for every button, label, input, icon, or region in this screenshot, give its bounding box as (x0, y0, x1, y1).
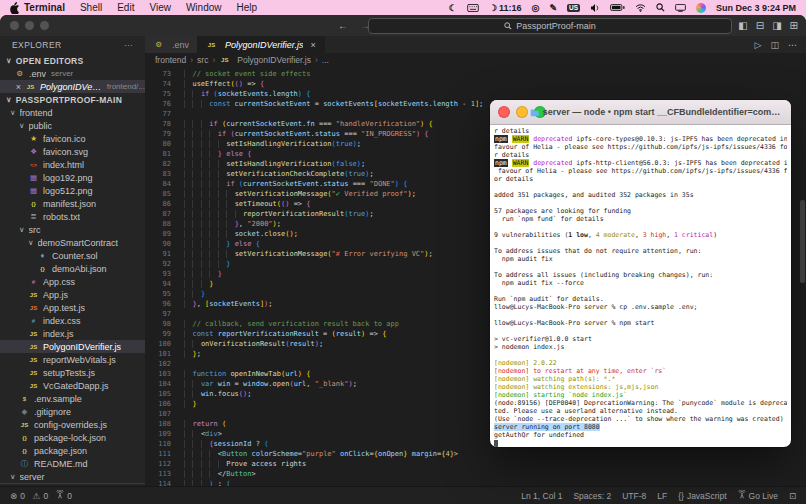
tree-item-public[interactable]: ∨public (0, 119, 145, 132)
siri-icon[interactable] (696, 3, 706, 13)
tree-item-polygonidverifier.js[interactable]: JSPolygonIDVerifier.js (0, 340, 145, 353)
record-icon[interactable]: ◎ (532, 3, 540, 13)
terminal-window[interactable]: server — node • npm start __CFBundleIden… (490, 100, 791, 447)
split-editor-icon[interactable]: ◫ (770, 40, 779, 50)
tree-item-index.css[interactable]: #index.css (0, 314, 145, 327)
tree-item-logo192.png[interactable]: ▦logo192.png (0, 171, 145, 184)
tree-item-app.css[interactable]: #App.css (0, 275, 145, 288)
tree-item-robots.txt[interactable]: ≣robots.txt (0, 210, 145, 223)
views-more-actions-icon[interactable]: ⋯ (124, 40, 133, 50)
terminal-minimize-button[interactable] (516, 106, 528, 118)
tree-item-.gitignore[interactable]: ◆.gitignore (0, 405, 145, 418)
tree-item-config-overrides.js[interactable]: JSconfig-overrides.js (0, 418, 145, 431)
spotlight-icon[interactable] (656, 3, 665, 12)
breadcrumb-item[interactable]: ... (322, 55, 329, 65)
terminal-close-button[interactable] (498, 106, 510, 118)
tree-item-demoabi.json[interactable]: {}demoAbi.json (0, 262, 145, 275)
tree-item-readme.md[interactable]: ⓘREADME.md (0, 457, 145, 470)
tree-item-index.html[interactable]: <>index.html (0, 158, 145, 171)
tree-item-package-lock.json[interactable]: {}package-lock.json (0, 431, 145, 444)
breadcrumb[interactable]: frontend›src›JSPolygonIDVerifier.js›... (145, 53, 806, 67)
breadcrumb-item[interactable]: frontend (155, 55, 186, 65)
status-error-0[interactable]: ⊗0 (10, 491, 25, 501)
menu-shell[interactable]: Shell (80, 2, 102, 13)
line-number: 96 (145, 299, 171, 309)
code-line[interactable]: 75 if (socketEvents.length) { (145, 89, 806, 99)
tree-item-setuptests.js[interactable]: JSsetupTests.js (0, 366, 145, 379)
more-actions-icon[interactable]: ⋯ (788, 40, 797, 50)
input-source-badge[interactable]: US (567, 4, 580, 12)
editor-scrollbar[interactable] (800, 200, 805, 283)
tab-.env[interactable]: ⚙.env (145, 36, 198, 53)
status-tower-0[interactable]: 0 (56, 490, 72, 501)
vscode-titlebar[interactable]: ← → PassportProof-main ◧⊟◨⊞ (0, 15, 806, 36)
tree-item-index.js[interactable]: JSindex.js (0, 327, 145, 340)
code-line[interactable]: 74 useEffect(() => { (145, 79, 806, 89)
breadcrumb-item[interactable]: JSPolygonIDVerifier.js (219, 55, 311, 65)
line-number: 100 (145, 339, 171, 349)
breadcrumb-item[interactable]: src (197, 55, 208, 65)
open-editors-header[interactable]: ∨OPEN EDITORS (0, 54, 145, 67)
run-icon[interactable]: ▷ (755, 40, 762, 50)
open-editor-item[interactable]: ⚙.envserver (0, 67, 145, 80)
tree-item-frontend[interactable]: ∨frontend (0, 106, 145, 119)
tree-item-app.test.js[interactable]: JSApp.test.js (0, 301, 145, 314)
menu-help[interactable]: Help (237, 2, 258, 13)
status-ln-1-col-1[interactable]: Ln 1, Col 1 (521, 491, 562, 501)
battery-icon[interactable] (610, 4, 625, 11)
code-line[interactable]: 112 Prove access rights (145, 459, 806, 469)
apple-menu[interactable] (10, 2, 20, 14)
menu-window[interactable]: Window (186, 2, 222, 13)
terminal-line: [nodemon] watching extensions: js,mjs,js… (494, 383, 787, 391)
code-line[interactable]: 113 </Button> (145, 469, 806, 479)
tree-item-app.js[interactable]: JSApp.js (0, 288, 145, 301)
tree-item-server[interactable]: ∨server (0, 470, 145, 483)
status-utf-8[interactable]: UTF-8 (622, 491, 646, 501)
code-line[interactable]: 73 // socket event side effects (145, 69, 806, 79)
volume-icon[interactable] (590, 4, 600, 12)
code-line[interactable]: 111 <Button colorScheme="purple" onClick… (145, 449, 806, 459)
keyboard-icon[interactable] (467, 4, 479, 12)
status-warning-0[interactable]: ⚠0 (33, 491, 48, 501)
tree-item-vcgateddapp.js[interactable]: JSVcGatedDapp.js (0, 379, 145, 392)
toggle-secondary-sidebar-icon[interactable]: ◨ (772, 20, 781, 31)
tab-polygonidverifier.js[interactable]: JSPolygonIDVerifier.js× (198, 36, 325, 53)
minimize-window-button[interactable] (25, 21, 34, 30)
tree-item-favicon.ico[interactable]: ★favicon.ico (0, 132, 145, 145)
tree-item-logo512.png[interactable]: ▦logo512.png (0, 184, 145, 197)
focus-moon-icon[interactable]: ☾ (449, 3, 457, 13)
wifi-icon[interactable] (635, 4, 646, 12)
tree-item-favicon.svg[interactable]: ❖favicon.svg (0, 145, 145, 158)
tree-item-demosmartcontract[interactable]: ∨demoSmartContract (0, 236, 145, 249)
command-center-search[interactable]: PassportProof-main (368, 18, 732, 34)
clock[interactable]: Sun Dec 3 9:24 PM (716, 3, 796, 13)
tree-item-src[interactable]: ∨src (0, 223, 145, 236)
status-remote-icon[interactable]: ⊡ (789, 491, 796, 501)
open-editor-item[interactable]: ×JSPolygonIDVerifier.jsfrontend/... (0, 80, 145, 93)
tree-item-counter.sol[interactable]: ♦Counter.sol (0, 249, 145, 262)
pencil-icon[interactable]: ✎ (549, 3, 557, 13)
status-tower-go-live[interactable]: Go Live (738, 490, 778, 501)
terminal-titlebar[interactable]: server — node • npm start __CFBundleIden… (490, 100, 791, 125)
toggle-panel-icon[interactable]: ⊟ (756, 20, 764, 31)
close-window-button[interactable] (10, 21, 19, 30)
status-spaces-2[interactable]: Spaces: 2 (573, 491, 611, 501)
menu-edit[interactable]: Edit (117, 2, 134, 13)
terminal-line: added 351 packages, and audited 352 pack… (494, 191, 787, 199)
toggle-sidebar-icon[interactable]: ◧ (738, 20, 747, 31)
status-lf[interactable]: LF (657, 491, 667, 501)
zoom-window-button[interactable] (40, 21, 49, 30)
menu-view[interactable]: View (149, 2, 171, 13)
project-root-header[interactable]: ∨PASSPORTPROOF-MAIN (0, 93, 145, 106)
tree-item-manifest.json[interactable]: {}manifest.json (0, 197, 145, 210)
status-braces-javascript[interactable]: {}JavaScript (678, 491, 726, 501)
tree-item-package.json[interactable]: {}package.json (0, 444, 145, 457)
customize-layout-icon[interactable]: ⊞ (790, 20, 798, 31)
moon-phase-icon[interactable]: ☽11:16 (489, 3, 522, 13)
tree-item-reportwebvitals.js[interactable]: JSreportWebVitals.js (0, 353, 145, 366)
menu-terminal[interactable]: Terminal (24, 2, 65, 13)
terminal-output[interactable]: r detailsnpm WARN deprecated ipfs-core-t… (490, 125, 791, 447)
display-icon[interactable] (675, 4, 686, 12)
tree-item-.env.sample[interactable]: $.env.sample (0, 392, 145, 405)
back-icon[interactable]: ← (338, 20, 348, 31)
